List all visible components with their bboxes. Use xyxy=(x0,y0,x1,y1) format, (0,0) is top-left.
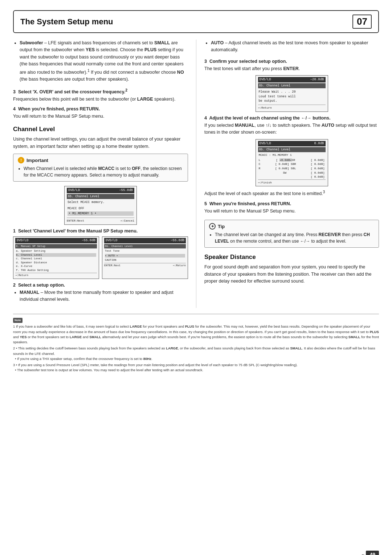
tip-icon: ✦ xyxy=(209,223,216,230)
step2-heading: 2 Select a setup option. xyxy=(13,283,188,288)
subwoofer-item: Subwoofer – LFE signals and bass frequen… xyxy=(20,40,188,83)
auto-bullet: AUTO – Adjust channel levels as the test… xyxy=(204,40,379,54)
step5-text: You will return to the Manual SP Setup m… xyxy=(204,208,379,215)
important-title: ! Important xyxy=(18,157,183,163)
step4-emitted-text: Adjust the level of each speaker as the … xyxy=(204,189,379,198)
tip-box: ✦ Tip The channel level can be changed a… xyxy=(204,220,379,248)
step3-crossover-text: Frequencies below this point will be sen… xyxy=(13,96,188,103)
subwoofer-bullet: Subwoofer – LFE signals and bass frequen… xyxy=(13,40,188,83)
subwoofer-label: Subwoofer xyxy=(20,40,43,45)
channel-level-heading: Channel Level xyxy=(13,126,188,133)
channel-level-intro: Using the channel level settings, you ca… xyxy=(13,136,188,150)
footnotes: Note 1 If you have a subwoofer and like … xyxy=(13,314,379,378)
speaker-distance-text: For good sound depth and separation from… xyxy=(204,264,379,285)
main-content: Subwoofer – LFE signals and bass frequen… xyxy=(13,40,379,308)
footnote-1: 1 If you have a subwoofer and like lots … xyxy=(13,324,379,345)
speaker-distance-heading: Speaker Distance xyxy=(204,254,379,261)
important-box: ! Important When Channel Level is select… xyxy=(13,154,188,182)
screen-test-tone: DVD/LD −55.0dB 6b. Channel Level Test To… xyxy=(102,236,188,279)
step3-confirm-text: The test tones will start after you pres… xyxy=(204,65,379,72)
step3-confirm-heading: 3 Confirm your selected setup option. xyxy=(204,59,379,64)
important-icon: ! xyxy=(18,157,24,163)
step4-adjust-heading: 4 Adjust the level of each channel using… xyxy=(204,116,379,121)
tip-title: ✦ Tip xyxy=(209,223,374,230)
page: The System Setup menu 07 Subwoofer – LFE… xyxy=(0,10,392,555)
step4-adjust-text: If you selected MANUAL, use ↑/↓ to switc… xyxy=(204,122,379,136)
step4-return-text: You will return to the Manual SP Setup m… xyxy=(13,113,188,120)
footnote-3: 3 • If you are using a Sound Pressure Le… xyxy=(13,362,379,373)
step3-crossover-heading: 3 Select 'X. OVER' and set the crossover… xyxy=(13,88,188,94)
page-number: 49 xyxy=(366,551,379,555)
chapter-number: 07 xyxy=(352,15,372,29)
step2-manual-bullet: MANUAL – Move the test tone manually fro… xyxy=(13,289,188,303)
screen-title-bar-1: DVD/LD −55.0dB xyxy=(67,188,134,193)
page-title: The System Setup menu xyxy=(20,17,113,27)
step4-return-heading: 4 When you're finished, press RETURN. xyxy=(13,106,188,112)
left-column: Subwoofer – LFE signals and bass frequen… xyxy=(13,40,196,308)
footnote-2: 2 • This setting decides the cutoff betw… xyxy=(13,346,379,361)
screens-row: DVD/LD −55.0dB 6. Manual SP Setup a. Spe… xyxy=(13,236,188,279)
screen-mcacc-select: DVD/LD −55.0dB 6b. Channel Level Select … xyxy=(64,186,137,225)
step1-channel-level-heading: 1 Select 'Channel Level' from the Manual… xyxy=(13,228,188,234)
header-bar: The System Setup menu 07 xyxy=(13,10,379,33)
important-text: When Channel Level is selected while MCA… xyxy=(18,165,183,178)
right-column: AUTO – Adjust channel levels as the test… xyxy=(196,40,379,308)
tip-text: The channel level can be changed at any … xyxy=(209,231,374,244)
screen-channel-level: DVD/LD 0.0dB 6b. Channel Level MCACC : M… xyxy=(256,139,328,187)
screen-manual-sp: DVD/LD −55.0dB 6. Manual SP Setup a. Spe… xyxy=(13,236,99,279)
step5-heading: 5 When you're finished, press RETURN. xyxy=(204,201,379,206)
screen-please-wait: DVD/LD −20.0dB 6b. Channel Level Please … xyxy=(256,75,328,112)
